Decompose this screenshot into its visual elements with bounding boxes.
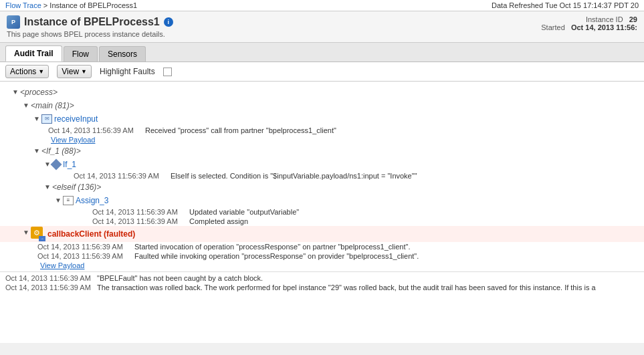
tab-bar: Audit Trail Flow Sensors: [0, 43, 644, 62]
highlight-faults-checkbox[interactable]: [163, 68, 172, 76]
list-item: Oct 14, 2013 11:56:39 AM Completed assig…: [0, 217, 644, 226]
node-process: <process>: [20, 86, 58, 98]
list-item: View Payload: [0, 261, 644, 270]
toggle-elseif[interactable]: ▼: [43, 181, 52, 193]
started-label: Started: [541, 23, 564, 31]
breadcrumb-bar: Flow Trace > Instance of BPELProcess1 Da…: [0, 0, 644, 11]
list-item: Oct 14, 2013 11:56:39 AM Faulted while i…: [0, 251, 644, 261]
view-label: View: [62, 67, 79, 76]
data-refreshed: Data Refreshed Tue Oct 15 17:14:37 PDT 2…: [492, 1, 639, 9]
actions-button[interactable]: Actions ▼: [5, 65, 49, 78]
breadcrumb-instance: Instance of BPELProcess1: [49, 1, 137, 9]
list-item: View Payload: [0, 135, 644, 144]
list-item: ▼ <elseif (136)>: [0, 181, 644, 194]
actions-label: Actions: [10, 67, 36, 76]
view-button[interactable]: View ▼: [57, 65, 92, 78]
log-time-1: Oct 14, 2013 11:56:39 AM: [48, 126, 145, 134]
instance-id-label: Instance ID: [586, 15, 623, 23]
audit-trail-content: ▼ <process> ▼ <main (81)> ▼ ✉ receiveInp…: [0, 82, 644, 343]
page-title: Instance of BPELProcess1: [24, 16, 160, 28]
list-item: ▼ ✉ receiveInput: [0, 112, 644, 126]
log-msg-2: ElseIf is selected. Condition is "$input…: [171, 172, 644, 180]
receive-icon: ✉: [41, 114, 52, 124]
log-msg-4: Completed assign: [189, 217, 644, 225]
log-time-7: Oct 14, 2013 11:56:39 AM: [0, 274, 97, 282]
actions-arrow-icon: ▼: [38, 68, 44, 75]
log-msg-6: Faulted while invoking operation "proces…: [134, 252, 644, 260]
toolbar: Actions ▼ View ▼ Highlight Faults: [0, 62, 644, 82]
log-msg-7: "BPELFault" has not been caught by a cat…: [97, 274, 644, 282]
list-item: ▼ ≡ Assign_3: [0, 194, 644, 207]
log-msg-3: Updated variable "outputVariable": [189, 208, 644, 216]
node-assign3: Assign_3: [76, 195, 108, 207]
toggle-callback[interactable]: ▼: [21, 227, 31, 239]
arrow-overlay-icon: →: [39, 236, 45, 241]
list-item: ▼ <If_1 (88)>: [0, 144, 644, 158]
list-item: Oct 14, 2013 11:56:39 AM Updated variabl…: [0, 207, 644, 217]
breadcrumb-sep: >: [43, 1, 49, 9]
node-if1: If_1: [63, 158, 76, 170]
log-time-3: Oct 14, 2013 11:56:39 AM: [92, 208, 189, 216]
node-if1-bracket: <If_1 (88)>: [41, 145, 81, 157]
tab-sensors[interactable]: Sensors: [99, 46, 146, 62]
list-item: ▼ If_1: [0, 158, 644, 171]
toggle-assign3[interactable]: ▼: [53, 195, 63, 207]
node-callback-faulted: callbackClient (faulted): [47, 228, 135, 240]
process-icon: P: [7, 15, 20, 29]
assign-icon: ≡: [63, 196, 74, 205]
toggle-if1[interactable]: ▼: [32, 145, 41, 157]
list-item: ▼ <process>: [0, 86, 644, 99]
list-item: Oct 14, 2013 11:56:39 AM Received "proce…: [0, 126, 644, 135]
log-time-6: Oct 14, 2013 11:56:39 AM: [37, 252, 134, 260]
diamond-icon: [51, 159, 62, 170]
view-payload-1[interactable]: View Payload: [51, 136, 95, 144]
log-time-5: Oct 14, 2013 11:56:39 AM: [37, 243, 134, 251]
list-item: Oct 14, 2013 11:56:39 AM "BPELFault" has…: [0, 273, 644, 283]
list-item: ▼ <main (81)>: [0, 99, 644, 112]
log-time-8: Oct 14, 2013 11:56:39 AM: [0, 283, 97, 291]
log-time-4: Oct 14, 2013 11:56:39 AM: [92, 217, 189, 225]
breadcrumb-flow-trace[interactable]: Flow Trace: [5, 1, 41, 9]
log-time-2: Oct 14, 2013 11:56:39 AM: [74, 172, 171, 180]
toggle-main[interactable]: ▼: [21, 100, 31, 112]
tab-flow[interactable]: Flow: [64, 46, 98, 62]
log-msg-8: The transaction was rolled back. The wor…: [97, 283, 644, 291]
toggle-receive-input[interactable]: ▼: [32, 113, 41, 125]
node-elseif: <elseif (136)>: [52, 181, 101, 193]
instance-id-value: 29: [629, 15, 637, 23]
list-item: Oct 14, 2013 11:56:39 AM The transaction…: [0, 283, 644, 292]
info-icon[interactable]: i: [164, 17, 173, 27]
highlight-faults-label: Highlight Faults: [100, 67, 155, 76]
toggle-process[interactable]: ▼: [11, 86, 20, 98]
list-item: ▼ ⚙ → callbackClient (faulted): [0, 226, 644, 242]
page-header: P Instance of BPELProcess1 i This page s…: [0, 11, 644, 43]
list-item: Oct 14, 2013 11:56:39 AM ElseIf is selec…: [0, 171, 644, 181]
started-value: Oct 14, 2013 11:56:: [571, 23, 637, 31]
view-arrow-icon: ▼: [81, 68, 87, 75]
page-subtitle: This page shows BPEL process instance de…: [7, 30, 173, 38]
node-main: <main (81)>: [31, 100, 74, 112]
view-payload-2[interactable]: View Payload: [40, 261, 84, 269]
node-receive-input: receiveInput: [54, 113, 98, 125]
tab-audit-trail[interactable]: Audit Trail: [5, 45, 62, 62]
log-msg-1: Received "process" call from partner "bp…: [145, 126, 644, 134]
list-item: Oct 14, 2013 11:56:39 AM Started invocat…: [0, 242, 644, 251]
log-msg-5: Started invocation of operation "process…: [134, 243, 644, 251]
